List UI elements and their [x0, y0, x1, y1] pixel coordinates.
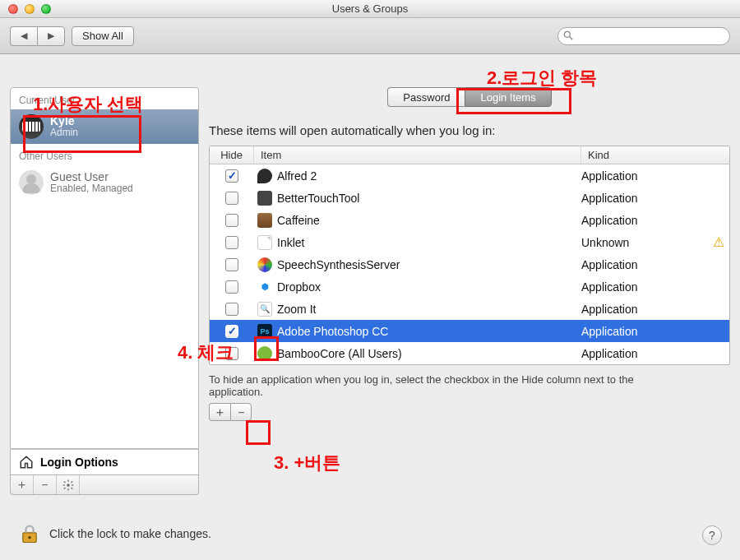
item-name: Caffeine [277, 214, 320, 227]
table-row[interactable]: Alfred 2Application [210, 164, 729, 187]
table-header: Hide Item Kind [210, 146, 729, 164]
hide-checkbox[interactable] [225, 347, 238, 360]
lock-row: Click the lock to make changes. [18, 522, 211, 545]
hide-checkbox[interactable] [225, 303, 238, 316]
item-name: SpeechSynthesisServer [277, 258, 400, 271]
hide-checkbox[interactable] [225, 258, 238, 271]
item-name: Zoom It [277, 303, 316, 316]
show-all-button[interactable]: Show All [72, 26, 134, 46]
svg-rect-6 [72, 484, 73, 485]
add-user-button[interactable]: ＋ [11, 475, 34, 494]
hide-hint: To hide an application when you log in, … [209, 373, 669, 398]
gear-icon [62, 479, 74, 491]
remove-login-item-button[interactable]: － [230, 403, 252, 421]
minimize-window-button[interactable] [25, 4, 35, 14]
forward-button[interactable]: ▶ [37, 26, 65, 46]
col-item[interactable]: Item [254, 146, 581, 164]
table-row[interactable]: DropboxApplication [210, 275, 729, 298]
item-kind: Unknown [581, 236, 629, 249]
nav-buttons: ◀ ▶ [10, 26, 65, 46]
item-kind: Application [581, 192, 638, 205]
hide-checkbox[interactable] [225, 280, 238, 294]
item-kind: Application [581, 347, 638, 360]
main-panel: Password Login Items These items will op… [209, 87, 730, 495]
user-role: Enabled, Managed [50, 183, 133, 194]
item-name: BambooCore (All Users) [277, 347, 402, 360]
hide-checkbox[interactable] [225, 325, 238, 338]
titlebar: Users & Groups [0, 0, 740, 18]
user-actions-button[interactable] [57, 475, 80, 494]
col-kind[interactable]: Kind [581, 146, 729, 164]
item-name: Dropbox [277, 280, 321, 294]
app-icon [257, 191, 272, 206]
zoom-window-button[interactable] [41, 4, 51, 14]
login-options-label: Login Options [40, 456, 118, 469]
item-name: BetterTouchTool [277, 192, 359, 205]
lock-text: Click the lock to make changes. [49, 527, 211, 540]
app-icon [257, 302, 272, 317]
app-icon [257, 213, 272, 228]
tab-password[interactable]: Password [387, 87, 465, 107]
svg-rect-9 [63, 487, 65, 488]
table-row[interactable]: InkletUnknown⚠ [210, 231, 729, 253]
svg-rect-3 [67, 479, 68, 481]
user-name: Guest User [50, 171, 133, 183]
hide-checkbox[interactable] [225, 192, 238, 205]
login-options-button[interactable]: Login Options [10, 449, 199, 475]
add-login-item-button[interactable]: ＋ [209, 403, 230, 421]
user-role: Admin [50, 127, 78, 138]
app-icon [257, 235, 272, 250]
user-list: Current User Kyle Admin Other Users Gues… [10, 87, 199, 449]
close-window-button[interactable] [8, 4, 18, 14]
item-name: Alfred 2 [277, 169, 317, 183]
svg-point-2 [67, 484, 70, 487]
table-row[interactable]: CaffeineApplication [210, 209, 729, 231]
svg-rect-10 [71, 480, 72, 482]
col-hide[interactable]: Hide [210, 146, 254, 164]
user-row-guest[interactable]: Guest User Enabled, Managed [11, 165, 198, 200]
home-icon [19, 455, 34, 470]
toolbar: ◀ ▶ Show All [0, 18, 740, 54]
tabs: Password Login Items [387, 87, 551, 107]
table-row[interactable]: BetterTouchToolApplication [210, 187, 729, 209]
user-row-kyle[interactable]: Kyle Admin [11, 109, 198, 144]
svg-rect-4 [67, 488, 68, 490]
svg-rect-7 [63, 480, 65, 482]
chevron-right-icon: ▶ [48, 30, 54, 41]
search-wrap [557, 27, 730, 45]
login-items-description: These items will open automatically when… [209, 123, 730, 137]
avatar [19, 114, 44, 139]
help-button[interactable]: ? [702, 525, 722, 545]
item-kind: Application [581, 325, 638, 338]
table-row[interactable]: BambooCore (All Users)Application [210, 342, 729, 364]
hide-checkbox[interactable] [225, 214, 238, 227]
remove-user-button[interactable]: － [34, 475, 57, 494]
back-button[interactable]: ◀ [10, 26, 37, 46]
app-icon [257, 257, 272, 272]
lock-icon[interactable] [18, 522, 41, 545]
app-icon [257, 324, 272, 339]
svg-point-0 [564, 31, 570, 37]
other-users-label: Other Users [11, 144, 198, 165]
hide-checkbox[interactable] [225, 236, 238, 249]
svg-rect-5 [62, 484, 64, 485]
table-row[interactable]: SpeechSynthesisServerApplication [210, 253, 729, 275]
app-icon [257, 169, 272, 183]
item-name: Inklet [277, 236, 304, 249]
item-kind: Application [581, 303, 638, 316]
add-remove-login-item: ＋ － [209, 403, 730, 421]
hide-checkbox[interactable] [225, 169, 238, 183]
tab-login-items[interactable]: Login Items [465, 87, 551, 107]
item-kind: Application [581, 169, 638, 183]
item-kind: Application [581, 258, 638, 271]
search-input[interactable] [557, 27, 730, 45]
login-items-table: Hide Item Kind Alfred 2ApplicationBetter… [209, 146, 730, 365]
content: Current User Kyle Admin Other Users Gues… [0, 54, 740, 503]
traffic-lights [8, 4, 51, 14]
svg-rect-8 [71, 487, 72, 488]
table-row[interactable]: Zoom ItApplication [210, 298, 729, 320]
search-icon [562, 30, 574, 41]
sidebar-footer: ＋ － [10, 475, 199, 495]
table-row[interactable]: Adobe Photoshop CCApplication [210, 320, 729, 342]
window-title: Users & Groups [0, 2, 740, 15]
